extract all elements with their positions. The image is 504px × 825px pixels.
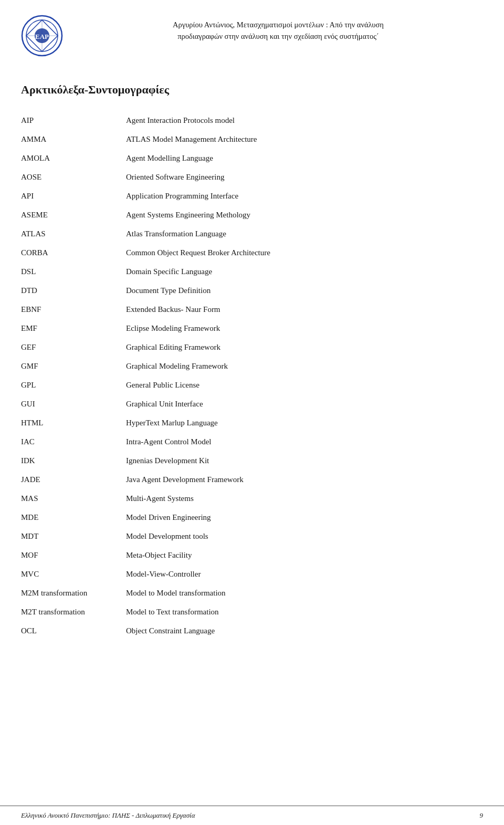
- acronym-full: HyperText Marlup Language: [126, 417, 483, 429]
- acronym-row: AMOLAAgent Modelling Language: [21, 150, 483, 169]
- acronym-full: Graphical Unit Interface: [126, 398, 483, 410]
- acronym-full: Eclipse Modeling Framework: [126, 322, 483, 335]
- page-title: Αρκτικόλεξα-Συντομογραφίες: [21, 83, 483, 97]
- acronym-full: Graphical Modeling Framework: [126, 360, 483, 372]
- acronym-row: JADEJava Agent Development Framework: [21, 472, 483, 490]
- acronym-abbr: ATLAS: [21, 228, 126, 240]
- acronym-row: EBNFExtended Backus- Naur Form: [21, 301, 483, 320]
- acronym-full: Oriented Software Engineering: [126, 171, 483, 183]
- acronym-abbr: AMOLA: [21, 152, 126, 164]
- acronym-abbr: EMF: [21, 322, 126, 335]
- acronym-row: GEFGraphical Editing Framework: [21, 339, 483, 358]
- acronym-row: GUIGraphical Unit Interface: [21, 396, 483, 415]
- acronym-row: GMFGraphical Modeling Framework: [21, 358, 483, 377]
- acronym-full: Intra-Agent Control Model: [126, 436, 483, 448]
- acronym-abbr: AIP: [21, 114, 126, 127]
- acronym-full: Object Constraint Language: [126, 625, 483, 637]
- footer-page-number: 9: [480, 811, 484, 820]
- acronym-row: M2M transformationModel to Model transfo…: [21, 585, 483, 604]
- acronym-abbr: AOSE: [21, 171, 126, 183]
- svg-text:EAP: EAP: [35, 33, 49, 40]
- acronym-full: Extended Backus- Naur Form: [126, 304, 483, 316]
- header-title-line1: Αργυρίου Αντώνιος, Μετασχηματισμοί μοντέ…: [173, 20, 384, 29]
- acronym-abbr: GEF: [21, 341, 126, 353]
- logo: EAP: [21, 15, 63, 57]
- acronym-full: Atlas Transformation Language: [126, 228, 483, 240]
- acronym-full: Graphical Editing Framework: [126, 341, 483, 353]
- acronym-abbr: JADE: [21, 474, 126, 486]
- acronym-abbr: OCL: [21, 625, 126, 637]
- acronym-abbr: DTD: [21, 285, 126, 297]
- footer-left: Ελληνικό Ανοικτό Πανεπιστήμιο: ΠΛΗΣ - Δι…: [21, 811, 195, 820]
- acronym-full: Java Agent Development Framework: [126, 474, 483, 486]
- acronym-full: Document Type Definition: [126, 285, 483, 297]
- acronym-row: AOSEOriented Software Engineering: [21, 169, 483, 188]
- acronym-row: EMFEclipse Modeling Framework: [21, 320, 483, 339]
- acronym-row: OCLObject Constraint Language: [21, 623, 483, 642]
- footer: Ελληνικό Ανοικτό Πανεπιστήμιο: ΠΛΗΣ - Δι…: [0, 806, 504, 825]
- page-container: EAP Αργυρίου Αντώνιος, Μετασχηματισμοί μ…: [0, 0, 504, 825]
- acronym-full: Agent Modelling Language: [126, 152, 483, 164]
- acronym-full: Common Object Request Broker Architectur…: [126, 247, 483, 259]
- acronym-full: Model Development tools: [126, 530, 483, 542]
- acronym-row: DTDDocument Type Definition: [21, 283, 483, 301]
- acronym-abbr: MDE: [21, 511, 126, 524]
- acronym-full: General Public License: [126, 379, 483, 391]
- acronym-full: Domain Specific Language: [126, 266, 483, 278]
- acronym-abbr: GMF: [21, 360, 126, 372]
- acronym-row: GPLGeneral Public License: [21, 377, 483, 396]
- acronym-row: APIApplication Programming Interface: [21, 188, 483, 207]
- acronym-full: Model Driven Engineering: [126, 511, 483, 524]
- acronym-full: Model to Model transformation: [126, 587, 483, 599]
- acronym-abbr: MOF: [21, 549, 126, 561]
- acronym-row: CORBACommon Object Request Broker Archit…: [21, 245, 483, 264]
- acronym-row: M2T transformationModel to Text transfor…: [21, 604, 483, 623]
- acronyms-section: AIPAgent Interaction Protocols modelΑΜΜΑ…: [0, 112, 504, 642]
- acronym-abbr: ASEME: [21, 209, 126, 221]
- acronym-full: Agent Interaction Protocols model: [126, 114, 483, 127]
- header-title-line2: προδιαγραφών στην ανάλυση και την σχεδία…: [177, 32, 379, 40]
- acronym-abbr: IAC: [21, 436, 126, 448]
- acronym-abbr: GPL: [21, 379, 126, 391]
- acronym-abbr: IDK: [21, 455, 126, 467]
- acronym-abbr: MVC: [21, 568, 126, 580]
- acronym-abbr: HTML: [21, 417, 126, 429]
- acronym-abbr: DSL: [21, 266, 126, 278]
- acronym-full: Model-View-Controller: [126, 568, 483, 580]
- acronym-full: Model to Text transformation: [126, 606, 483, 618]
- acronym-abbr: API: [21, 190, 126, 202]
- acronym-row: MOFMeta-Object Facility: [21, 547, 483, 566]
- logo-icon: EAP: [21, 15, 63, 57]
- acronym-abbr: MAS: [21, 493, 126, 505]
- header-text: Αργυρίου Αντώνιος, Μετασχηματισμοί μοντέ…: [74, 15, 483, 43]
- acronym-abbr: ΑΜΜΑ: [21, 133, 126, 145]
- acronym-row: HTMLHyperText Marlup Language: [21, 415, 483, 434]
- acronym-abbr: EBNF: [21, 304, 126, 316]
- acronym-row: ASEMEAgent Systems Engineering Methology: [21, 207, 483, 226]
- acronym-abbr: CORBA: [21, 247, 126, 259]
- acronym-abbr: M2T transformation: [21, 606, 126, 618]
- acronym-full: Meta-Object Facility: [126, 549, 483, 561]
- acronym-row: ΑΜΜΑATLAS Model Management Architecture: [21, 131, 483, 150]
- acronym-full: ATLAS Model Management Architecture: [126, 133, 483, 145]
- acronym-row: IACIntra-Agent Control Model: [21, 434, 483, 453]
- acronym-row: MASMulti-Agent Systems: [21, 490, 483, 509]
- header: EAP Αργυρίου Αντώνιος, Μετασχηματισμοί μ…: [0, 0, 504, 67]
- acronym-abbr: GUI: [21, 398, 126, 410]
- acronym-full: Multi-Agent Systems: [126, 493, 483, 505]
- acronym-row: AIPAgent Interaction Protocols model: [21, 112, 483, 131]
- acronym-full: Agent Systems Engineering Methology: [126, 209, 483, 221]
- acronym-row: ATLASAtlas Transformation Language: [21, 226, 483, 245]
- acronym-full: Ignenias Development Kit: [126, 455, 483, 467]
- acronym-row: DSLDomain Specific Language: [21, 264, 483, 283]
- acronym-full: Application Programming Interface: [126, 190, 483, 202]
- acronym-row: MVCModel-View-Controller: [21, 566, 483, 585]
- acronym-abbr: MDT: [21, 530, 126, 542]
- acronym-row: IDKIgnenias Development Kit: [21, 453, 483, 472]
- acronym-abbr: M2M transformation: [21, 587, 126, 599]
- acronym-row: MDEModel Driven Engineering: [21, 509, 483, 528]
- acronym-row: MDTModel Development tools: [21, 528, 483, 547]
